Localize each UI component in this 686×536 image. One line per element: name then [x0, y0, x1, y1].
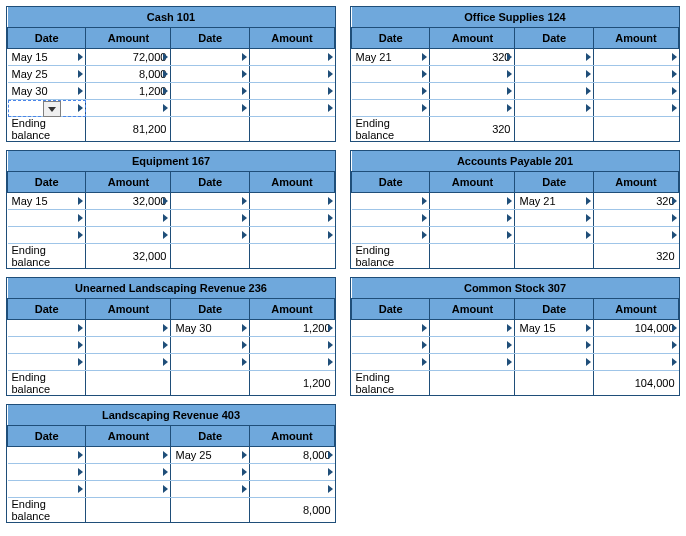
- credit-date-cell[interactable]: [171, 337, 249, 354]
- credit-date-cell[interactable]: [171, 481, 249, 498]
- debit-date-cell[interactable]: [352, 193, 430, 210]
- credit-amount-cell[interactable]: [249, 354, 334, 371]
- debit-date-cell[interactable]: [8, 337, 86, 354]
- credit-date-cell[interactable]: [171, 227, 249, 244]
- debit-date-cell[interactable]: [8, 354, 86, 371]
- credit-date-cell[interactable]: May 25: [171, 447, 249, 464]
- debit-date-cell[interactable]: [352, 83, 430, 100]
- cell-value: 8,000: [303, 449, 331, 461]
- debit-amount-cell[interactable]: [430, 354, 515, 371]
- credit-amount-cell[interactable]: [593, 227, 678, 244]
- debit-amount-cell[interactable]: [86, 447, 171, 464]
- debit-amount-cell[interactable]: [430, 100, 515, 117]
- credit-date-cell[interactable]: [515, 210, 593, 227]
- credit-date-cell[interactable]: [171, 83, 249, 100]
- dropdown-icon[interactable]: [43, 101, 61, 117]
- credit-amount-cell[interactable]: [593, 100, 678, 117]
- debit-date-cell[interactable]: [8, 100, 86, 117]
- credit-date-cell[interactable]: [171, 193, 249, 210]
- debit-date-cell[interactable]: [352, 210, 430, 227]
- table-row: [8, 210, 335, 227]
- debit-amount-cell[interactable]: [86, 320, 171, 337]
- debit-amount-cell[interactable]: 32,000: [86, 193, 171, 210]
- credit-amount-cell[interactable]: [249, 337, 334, 354]
- credit-date-cell[interactable]: [171, 464, 249, 481]
- credit-date-cell[interactable]: [171, 354, 249, 371]
- credit-date-cell[interactable]: May 21: [515, 193, 593, 210]
- credit-date-cell[interactable]: [515, 337, 593, 354]
- credit-amount-cell[interactable]: [249, 49, 334, 66]
- credit-amount-cell[interactable]: [249, 227, 334, 244]
- credit-date-cell[interactable]: May 15: [515, 320, 593, 337]
- credit-amount-cell[interactable]: [593, 49, 678, 66]
- debit-date-cell[interactable]: [352, 337, 430, 354]
- debit-amount-cell[interactable]: [86, 100, 171, 117]
- debit-amount-cell[interactable]: 72,000: [86, 49, 171, 66]
- debit-date-cell[interactable]: [352, 354, 430, 371]
- credit-amount-cell[interactable]: 104,000: [593, 320, 678, 337]
- credit-amount-cell[interactable]: [593, 354, 678, 371]
- credit-date-cell[interactable]: [171, 66, 249, 83]
- debit-amount-cell[interactable]: [430, 210, 515, 227]
- credit-amount-cell[interactable]: [593, 210, 678, 227]
- debit-amount-cell[interactable]: [86, 354, 171, 371]
- credit-date-cell[interactable]: [171, 100, 249, 117]
- credit-date-cell[interactable]: [515, 49, 593, 66]
- debit-amount-cell[interactable]: 8,000: [86, 66, 171, 83]
- credit-date-cell[interactable]: [515, 354, 593, 371]
- credit-amount-cell[interactable]: [593, 83, 678, 100]
- chevron-icon: [507, 324, 512, 332]
- credit-amount-cell[interactable]: [249, 66, 334, 83]
- credit-amount-cell[interactable]: [249, 210, 334, 227]
- debit-amount-cell[interactable]: 320: [430, 49, 515, 66]
- debit-amount-cell[interactable]: [86, 481, 171, 498]
- credit-amount-cell[interactable]: [249, 193, 334, 210]
- debit-date-cell[interactable]: May 30: [8, 83, 86, 100]
- cell-value: 1,200: [139, 85, 167, 97]
- credit-amount-cell[interactable]: [249, 481, 334, 498]
- debit-amount-cell[interactable]: [86, 210, 171, 227]
- credit-amount-cell[interactable]: [249, 464, 334, 481]
- debit-amount-cell[interactable]: [430, 320, 515, 337]
- debit-date-cell[interactable]: [8, 227, 86, 244]
- credit-amount-cell[interactable]: [249, 83, 334, 100]
- credit-amount-cell[interactable]: [249, 100, 334, 117]
- debit-amount-cell[interactable]: [430, 83, 515, 100]
- credit-date-cell[interactable]: [171, 210, 249, 227]
- debit-amount-cell[interactable]: [86, 337, 171, 354]
- debit-date-cell[interactable]: [8, 320, 86, 337]
- debit-date-cell[interactable]: May 15: [8, 193, 86, 210]
- credit-date-cell[interactable]: [171, 49, 249, 66]
- chevron-icon: [163, 53, 168, 61]
- chevron-icon: [507, 231, 512, 239]
- debit-amount-cell[interactable]: [430, 337, 515, 354]
- debit-amount-cell[interactable]: [430, 193, 515, 210]
- credit-amount-cell[interactable]: 8,000: [249, 447, 334, 464]
- debit-date-cell[interactable]: [352, 227, 430, 244]
- debit-date-cell[interactable]: [8, 481, 86, 498]
- debit-date-cell[interactable]: May 25: [8, 66, 86, 83]
- credit-date-cell[interactable]: May 30: [171, 320, 249, 337]
- debit-amount-cell[interactable]: [430, 66, 515, 83]
- debit-date-cell[interactable]: [8, 464, 86, 481]
- debit-amount-cell[interactable]: [86, 227, 171, 244]
- ending-balance-debit: 320: [430, 117, 515, 142]
- credit-date-cell[interactable]: [515, 66, 593, 83]
- credit-date-cell[interactable]: [515, 83, 593, 100]
- credit-amount-cell[interactable]: [593, 66, 678, 83]
- debit-date-cell[interactable]: [352, 100, 430, 117]
- debit-date-cell[interactable]: May 15: [8, 49, 86, 66]
- debit-date-cell[interactable]: [352, 320, 430, 337]
- credit-amount-cell[interactable]: 320: [593, 193, 678, 210]
- debit-date-cell[interactable]: [352, 66, 430, 83]
- credit-date-cell[interactable]: [515, 100, 593, 117]
- debit-amount-cell[interactable]: [86, 464, 171, 481]
- credit-amount-cell[interactable]: [593, 337, 678, 354]
- credit-date-cell[interactable]: [515, 227, 593, 244]
- debit-amount-cell[interactable]: 1,200: [86, 83, 171, 100]
- credit-amount-cell[interactable]: 1,200: [249, 320, 334, 337]
- debit-date-cell[interactable]: [8, 210, 86, 227]
- debit-amount-cell[interactable]: [430, 227, 515, 244]
- debit-date-cell[interactable]: [8, 447, 86, 464]
- debit-date-cell[interactable]: May 21: [352, 49, 430, 66]
